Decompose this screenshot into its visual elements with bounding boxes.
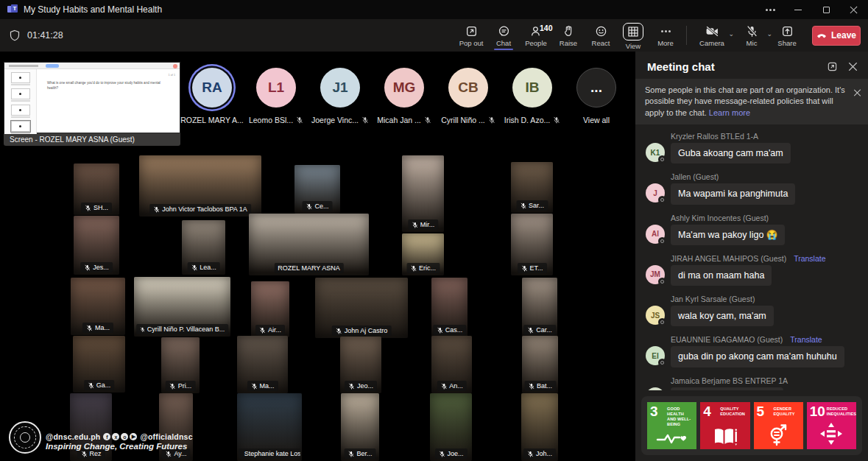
video-tile[interactable]: Ay... (159, 393, 193, 461)
video-tile[interactable]: Mir... (402, 155, 444, 232)
video-tile[interactable]: Joe... (430, 393, 472, 461)
leave-button[interactable]: Leave (812, 26, 861, 46)
message-bubble[interactable]: Ma'am wa pakoy ligo 😭 (671, 225, 785, 245)
social-icons: fxo▶ (103, 433, 137, 440)
video-tile[interactable]: Cyrill Niño P. Villacean B... (134, 277, 230, 337)
titlebar-more-button[interactable] (756, 0, 784, 19)
video-tile[interactable]: ET... (511, 214, 553, 275)
participant-name-label: Mir... (408, 219, 439, 230)
mic-muted-icon (440, 383, 447, 390)
video-tile[interactable]: Jes... (74, 216, 119, 275)
share-button[interactable]: Share (771, 24, 803, 47)
translate-link[interactable]: Translate (790, 335, 822, 344)
sdg-banner-card[interactable]: 3 GOOD HEALTHAND WELL-BEING 4 QUALITYEDU… (641, 396, 862, 455)
sdg-title: GOOD HEALTHAND WELL-BEING (667, 407, 696, 427)
video-tile[interactable]: Rez (70, 393, 112, 461)
message-bubble[interactable]: di ma on maam haha (671, 265, 772, 286)
participant-name-label: Joh... (523, 448, 556, 459)
mic-muted-icon (336, 328, 342, 334)
mic-muted-icon (424, 116, 431, 124)
video-tile[interactable]: Ga... (73, 336, 125, 393)
message-bubble[interactable]: wala koy cam, ma'am (671, 306, 774, 326)
video-tile[interactable]: Ma... (71, 278, 125, 335)
share-icon (781, 25, 794, 38)
more-icon (661, 25, 671, 38)
chat-message-list: Kryzler Rallos BTLEd 1-A K1 Guba akoang … (635, 124, 868, 390)
video-tile[interactable]: Stephanie kate Losabia (237, 393, 302, 461)
video-tile[interactable]: Pri... (161, 337, 200, 393)
video-tile[interactable]: Car... (522, 278, 557, 337)
video-tile[interactable]: Eric... (402, 233, 444, 275)
spotlight-participant[interactable]: L1Leomo BSl... (254, 68, 298, 124)
slide-meta-text: 1 of 1 (169, 74, 176, 77)
video-tile[interactable]: Joh... (521, 393, 558, 461)
chat-button[interactable]: Chat (487, 24, 520, 47)
spotlight-name-label: ROZEL MARY A... (180, 116, 244, 124)
mic-muted-icon (438, 451, 445, 457)
popout-button[interactable]: Pop out (455, 24, 487, 47)
video-tile[interactable]: John Victor Taclobos BPA 1A (139, 155, 261, 217)
minimize-button[interactable] (784, 0, 812, 19)
message-bubble[interactable]: guba din po akong cam ma'am huhuhu (671, 346, 844, 367)
spotlight-name-label: View all (583, 116, 610, 124)
chat-message: JIRAH ANGEL MAHIPOS (Guest)Translate JM … (646, 254, 858, 286)
translate-link[interactable]: Translate (794, 254, 825, 263)
sdg-goal-10: 10 REDUCEDINEQUALITIES (807, 402, 856, 449)
video-tile[interactable]: Ber... (341, 393, 379, 461)
learn-more-link[interactable]: Learn more (709, 108, 750, 117)
raise-hand-icon (562, 25, 575, 38)
video-tile[interactable]: SH... (74, 163, 119, 215)
sdg-number: 10 (810, 404, 825, 420)
avatar: IB (512, 68, 552, 108)
spotlight-participant[interactable]: J1Joerge Vinc... (318, 68, 362, 124)
spotlight-name-label: Cyrill Niño ... (441, 116, 495, 124)
maximize-button[interactable] (812, 0, 840, 19)
watermark-handle-2: @officialdnsc (140, 432, 192, 441)
video-tile[interactable]: Lea... (182, 220, 225, 275)
screen-share-preview[interactable]: 1 of 1 What is one small change you'd do… (4, 62, 180, 146)
people-button[interactable]: 140 People (520, 24, 552, 47)
chat-popout-icon[interactable] (827, 61, 838, 72)
video-tile[interactable]: Ce... (294, 165, 340, 214)
camera-button[interactable]: Camera ⌄ (691, 24, 733, 47)
spotlight-participant[interactable]: IBIrish D. Azo... (510, 68, 554, 124)
mic-button[interactable]: Mic ⌄ (733, 24, 771, 47)
view-button[interactable]: View (617, 21, 649, 50)
message-sender: Kryzler Rallos BTLEd 1-A (671, 132, 858, 141)
participant-name-label: Ma... (247, 381, 278, 391)
participant-name-label: Car... (523, 325, 556, 335)
message-sender: Jamaica Berjame BS ENTREP 1A (671, 376, 858, 385)
video-tile[interactable]: Jeo... (340, 337, 381, 393)
video-tile[interactable]: Sar... (511, 162, 553, 213)
close-button[interactable] (840, 0, 868, 19)
message-bubble[interactable]: guba akong cam ma'am (671, 387, 783, 390)
video-tile[interactable]: Air... (251, 281, 289, 337)
view-grid-icon (627, 26, 639, 38)
slide-question-text: What is one small change you'd do to imp… (47, 81, 171, 91)
mic-muted-icon (169, 383, 176, 390)
view-all-button[interactable]: ...View all (574, 68, 618, 124)
spotlight-participant[interactable]: CBCyrill Niño ... (446, 68, 490, 124)
participant-name-label: Cyrill Niño P. Villacean B... (136, 324, 229, 334)
social-icon: o (121, 433, 128, 440)
video-tile[interactable]: Ma... (237, 336, 288, 393)
message-bubble[interactable]: Guba akoang cam ma'am (671, 143, 791, 163)
social-icon: ▶ (130, 433, 137, 440)
video-tile[interactable]: An... (431, 336, 472, 393)
chat-close-icon[interactable] (848, 62, 858, 71)
slide-close-icon (173, 64, 177, 68)
video-tile[interactable]: ROZEL MARY ASNA (249, 214, 369, 275)
spotlight-participant[interactable]: MGMicah Jan ... (382, 68, 426, 124)
react-button[interactable]: React (585, 24, 617, 47)
more-button[interactable]: More (649, 24, 682, 47)
spotlight-participant[interactable]: RAROZEL MARY A... (190, 68, 234, 124)
notice-dismiss-icon[interactable] (854, 89, 861, 96)
message-bubble[interactable]: Ma wapami ka panghimuta (671, 183, 795, 204)
video-tile[interactable]: Bat... (522, 336, 558, 393)
message-sender: JIRAH ANGEL MAHIPOS (Guest)Translate (671, 254, 858, 263)
participant-name-label: Ce... (302, 201, 332, 211)
video-tile[interactable]: John Aj Castro (315, 278, 408, 338)
video-tile[interactable]: Cas... (431, 278, 467, 337)
raise-hand-button[interactable]: Raise (552, 24, 585, 47)
chat-message: Jallen (Guest) J Ma wapami ka panghimuta (646, 172, 858, 204)
